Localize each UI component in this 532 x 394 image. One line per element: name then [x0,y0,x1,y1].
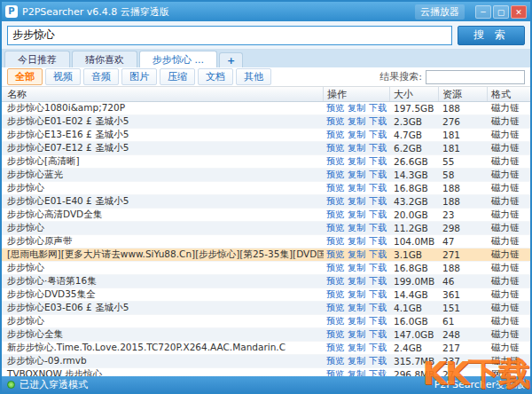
table-row[interactable]: 步步惊心 预览 复制 下载 16.8GB 188 磁力链 [2,182,530,195]
copy-link[interactable]: 复制 [348,195,365,208]
download-link[interactable]: 下载 [369,235,387,248]
download-link[interactable]: 下载 [369,182,387,194]
table-row[interactable]: 步步惊心E01-E02 £ 圣城小5 预览 复制 下载 2.3GB 276 磁力… [2,115,530,129]
preview-link[interactable]: 预览 [326,248,344,261]
preview-link[interactable]: 预览 [326,368,344,376]
preview-link[interactable]: 预览 [326,315,344,327]
download-link[interactable]: 下载 [369,275,387,288]
download-link[interactable]: 下载 [369,142,387,154]
preview-link[interactable]: 预览 [326,115,344,128]
download-link[interactable]: 下载 [369,315,387,327]
table-row[interactable]: 步步惊心E13-E16 £ 圣城小5 预览 复制 下载 4.7GB 181 磁力… [2,129,530,142]
close-button[interactable]: ✕ [511,5,527,19]
copy-link[interactable]: 复制 [348,262,365,274]
download-link[interactable]: 下载 [369,129,387,141]
filter-video[interactable]: 视频 [45,68,81,85]
preview-link[interactable]: 预览 [326,169,344,181]
result-search-input[interactable] [426,70,525,84]
tab-today-recommend[interactable]: 今日推荐 [4,51,70,67]
copy-link[interactable]: 复制 [348,182,365,194]
copy-link[interactable]: 复制 [348,235,365,248]
copy-link[interactable]: 复制 [348,302,365,314]
download-link[interactable]: 下载 [369,248,387,261]
table-row[interactable]: 步步惊心原声带 预览 复制 下载 104.0MB 47 磁力链 [2,235,530,248]
download-link[interactable]: 下载 [369,288,387,301]
preview-link[interactable]: 预览 [326,102,344,114]
download-link[interactable]: 下载 [369,328,387,341]
filter-all[interactable]: 全部 [7,68,43,85]
filter-audio[interactable]: 音频 [83,68,119,85]
download-link[interactable]: 下载 [369,102,387,114]
copy-link[interactable]: 复制 [348,115,365,128]
table-row[interactable]: 步步惊心 预览 复制 下载 16.0GB 61 磁力链 [2,315,530,328]
cloud-player-button[interactable]: 云播放器 [415,4,465,20]
preview-link[interactable]: 预览 [326,235,344,248]
table-row[interactable]: TVBOXNOW 步步惊心 预览 复制 下载 296.8MB 27 网页 [2,368,530,376]
table-row[interactable]: [思雨电影网][更多大片请去www.SiYu88.Cn][步步惊心][第25-3… [2,248,530,262]
preview-link[interactable]: 预览 [326,195,344,208]
download-link[interactable]: 下载 [369,355,387,367]
tab-search-result[interactable]: 步步惊心 ... [139,51,217,67]
preview-link[interactable]: 预览 [326,129,344,141]
preview-link[interactable]: 预览 [326,155,344,168]
download-link[interactable]: 下载 [369,302,387,314]
header-name[interactable]: 名称 [2,87,324,101]
table-row[interactable]: 步步惊心[高清晰] 预览 复制 下载 26.6GB 55 磁力链 [2,155,530,169]
preview-link[interactable]: 预览 [326,302,344,314]
minimize-button[interactable]: ─ [475,5,491,19]
download-link[interactable]: 下载 [369,209,387,221]
download-link[interactable]: 下载 [369,368,387,376]
header-format[interactable]: 格式 [488,87,530,101]
download-link[interactable]: 下载 [369,222,387,234]
preview-link[interactable]: 预览 [326,142,344,154]
table-row[interactable]: 步步惊心DVD35集全 预览 复制 下载 14.4GB 361 磁力链 [2,288,530,302]
table-row[interactable]: 步步惊心E07-E12 £ 圣城小5 预览 复制 下载 6.2GB 181 磁力… [2,142,530,155]
filter-document[interactable]: 文档 [198,68,233,85]
table-row[interactable]: 步步惊心-09.rmvb 预览 复制 下载 315.7MB 237 磁力链 [2,355,530,368]
tab-guess-you-like[interactable]: 猜你喜欢 [72,51,137,67]
download-link[interactable]: 下载 [369,342,387,354]
preview-link[interactable]: 预览 [326,182,344,194]
table-row[interactable]: 新步步惊心.Time.To.Love.2015.TC720P.X264.AAC.… [2,342,530,355]
copy-link[interactable]: 复制 [348,222,365,234]
preview-link[interactable]: 预览 [326,222,344,234]
copy-link[interactable]: 复制 [348,142,365,154]
copy-link[interactable]: 复制 [348,248,365,261]
preview-link[interactable]: 预览 [326,328,344,341]
maximize-button[interactable]: ▢ [493,5,509,19]
table-row[interactable]: 步步惊心E03-E06 £ 圣城小5 预览 复制 下载 4.1GB 151 磁力… [2,302,530,315]
preview-link[interactable]: 预览 [326,342,344,354]
search-input[interactable] [7,26,452,45]
copy-link[interactable]: 复制 [348,129,365,141]
download-link[interactable]: 下载 [369,262,387,274]
preview-link[interactable]: 预览 [326,209,344,221]
download-link[interactable]: 下载 [369,169,387,181]
copy-link[interactable]: 复制 [348,368,365,376]
download-link[interactable]: 下载 [369,115,387,128]
search-button[interactable]: 搜 索 [458,26,525,45]
new-tab-button[interactable]: + [219,52,243,67]
copy-link[interactable]: 复制 [348,275,365,288]
copy-link[interactable]: 复制 [348,315,365,327]
copy-link[interactable]: 复制 [348,155,365,168]
header-actions[interactable]: 操作 [324,87,390,101]
copy-link[interactable]: 复制 [348,328,365,341]
preview-link[interactable]: 预览 [326,288,344,301]
download-link[interactable]: 下载 [369,195,387,208]
copy-link[interactable]: 复制 [348,209,365,221]
table-row[interactable]: 步步惊心全集 预览 复制 下载 147.0GB 248 磁力链 [2,328,530,342]
download-link[interactable]: 下载 [369,155,387,168]
table-row[interactable]: 步步惊心E01-E40 £ 圣城小5 预览 复制 下载 43.2GB 188 磁… [2,195,530,209]
copy-link[interactable]: 复制 [348,355,365,367]
header-size[interactable]: 大小 [390,87,439,101]
table-row[interactable]: 步步惊心 预览 复制 下载 11.2GB 298 磁力链 [2,222,530,235]
table-row[interactable]: 步步惊心蓝光 预览 复制 下载 14.3GB 58 磁力链 [2,169,530,182]
copy-link[interactable]: 复制 [348,169,365,181]
copy-link[interactable]: 复制 [348,102,365,114]
filter-archive[interactable]: 压缩 [160,68,195,85]
preview-link[interactable]: 预览 [326,275,344,288]
filter-other[interactable]: 其他 [236,68,271,85]
copy-link[interactable]: 复制 [348,288,365,301]
header-resources[interactable]: 资源 [439,87,488,101]
filter-image[interactable]: 图片 [121,68,157,85]
